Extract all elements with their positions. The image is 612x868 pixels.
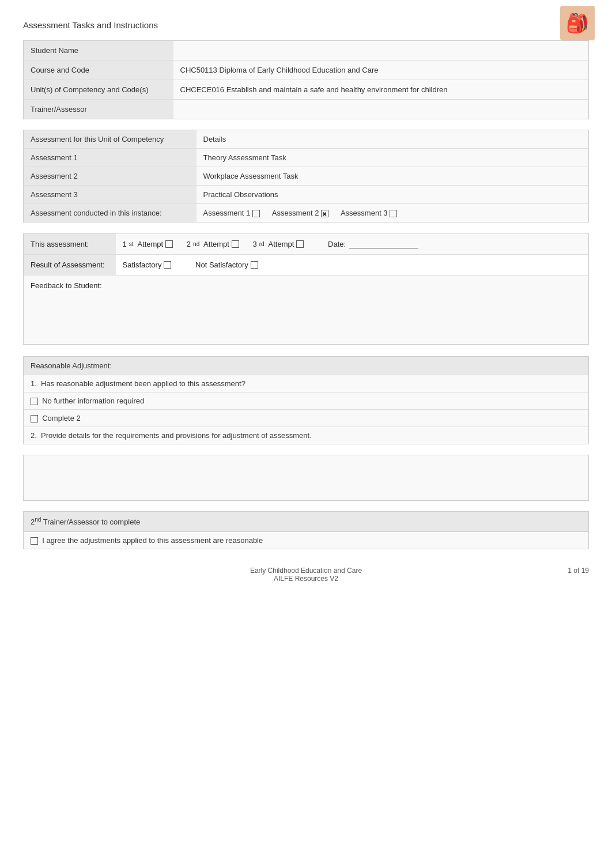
- assessment2-label: Assessment 2: [24, 167, 197, 186]
- footer-line2: AILFE Resources V2: [274, 575, 338, 583]
- attempt-table: This assessment: 1st Attempt 2nd Attempt…: [23, 233, 589, 345]
- footer-content: Early Childhood Education and Care AILFE…: [23, 567, 589, 583]
- result-row: Result of Assessment: Satisfactory Not S…: [24, 255, 589, 276]
- ra-question2: 2. Provide details for the requirements …: [24, 427, 588, 444]
- trainer-agree-text: I agree the adjustments applied to this …: [40, 536, 263, 545]
- result-options: Satisfactory Not Satisfactory: [116, 255, 589, 276]
- assessment3-checkbox[interactable]: [390, 210, 397, 217]
- assessment-conducted-row: Assessment conducted in this instance: A…: [24, 204, 589, 222]
- assessment-header-col1: Assessment for this Unit of Competency: [24, 130, 197, 149]
- attempt1-checkbox[interactable]: [165, 240, 173, 248]
- info-table: Student Name Course and Code CHC50113 Di…: [23, 40, 589, 119]
- attempt1-option: 1st Attempt: [123, 240, 173, 248]
- not-satisfactory-checkbox[interactable]: [251, 261, 258, 269]
- page-footer: Early Childhood Education and Care AILFE…: [23, 567, 589, 583]
- trainer-row: Trainer/Assessor: [24, 100, 589, 119]
- ra-question1: 1. Has reasonable adjustment been applie…: [24, 375, 588, 392]
- student-name-row: Student Name: [24, 41, 589, 61]
- student-name-value: [173, 41, 589, 61]
- assessment1-checkbox[interactable]: [252, 210, 260, 217]
- trainer-superscript: nd: [35, 516, 41, 523]
- assessment-header-row: Assessment for this Unit of Competency D…: [24, 130, 589, 149]
- competency-label: Unit(s) of Competency and Code(s): [24, 80, 173, 100]
- competency-value: CHCECE016 Establish and maintain a safe …: [173, 80, 589, 100]
- assessment1-row: Assessment 1 Theory Assessment Task: [24, 149, 589, 167]
- feedback-content: Feedback to Student:: [24, 276, 589, 345]
- trainer-value: [173, 100, 589, 119]
- date-input-line: [349, 239, 418, 248]
- logo: 🎒: [560, 6, 595, 40]
- ra-option-no: No further information required: [24, 392, 588, 409]
- assessment-conducted-value: Assessment 1 Assessment 2 ✖ Assessment 3: [197, 204, 589, 222]
- course-code-label: Course and Code: [24, 61, 173, 80]
- assessment2-row: Assessment 2 Workplace Assessment Task: [24, 167, 589, 186]
- this-assessment-label: This assessment:: [24, 233, 116, 255]
- attempt2-option: 2nd Attempt: [187, 240, 239, 248]
- competency-row: Unit(s) of Competency and Code(s) CHCECE…: [24, 80, 589, 100]
- student-name-label: Student Name: [24, 41, 173, 61]
- attempt-row: This assessment: 1st Attempt 2nd Attempt…: [24, 233, 589, 255]
- spacer1: [23, 345, 589, 356]
- assessment-header-col2: Details: [197, 130, 589, 149]
- logo-image: 🎒: [560, 6, 595, 40]
- satisfactory-option: Satisfactory: [123, 261, 172, 269]
- adjustment-details-box: [23, 455, 589, 501]
- ra-yes-checkbox[interactable]: [31, 415, 38, 422]
- assessment1-value: Theory Assessment Task: [197, 149, 589, 167]
- assessment2-checkbox[interactable]: ✖: [321, 210, 328, 217]
- attempt-options: 1st Attempt 2nd Attempt 3rd Attempt Date…: [116, 233, 589, 255]
- assessment1-label: Assessment 1: [24, 149, 197, 167]
- feedback-label: Feedback to Student:: [31, 281, 102, 290]
- reasonable-adjustment-header: Reasonable Adjustment:: [24, 357, 588, 375]
- trainer-header-text: Trainer/Assessor to complete: [41, 518, 140, 527]
- satisfactory-checkbox[interactable]: [164, 261, 171, 269]
- course-code-value: CHC50113 Diploma of Early Childhood Educ…: [173, 61, 589, 80]
- trainer-label: Trainer/Assessor: [24, 100, 173, 119]
- date-label: Date:: [328, 240, 346, 248]
- assessment3-row: Assessment 3 Practical Observations: [24, 186, 589, 204]
- assessment-table: Assessment for this Unit of Competency D…: [23, 130, 589, 222]
- assessment3-value: Practical Observations: [197, 186, 589, 204]
- page-number: 1 of 19: [568, 567, 589, 575]
- trainer-yes-checkbox[interactable]: [31, 537, 38, 545]
- assessment2-value: Workplace Assessment Task: [197, 167, 589, 186]
- not-satisfactory-option: Not Satisfactory: [195, 261, 258, 269]
- attempt2-checkbox[interactable]: [232, 240, 239, 248]
- page: 🎒 Assessment Tasks and Instructions Stud…: [0, 0, 612, 868]
- date-field: Date:: [328, 239, 418, 248]
- assessment-conducted-label: Assessment conducted in this instance:: [24, 204, 197, 222]
- reasonable-adjustment-section: Reasonable Adjustment: 1. Has reasonable…: [23, 356, 589, 444]
- trainer-section-header: 2nd Trainer/Assessor to complete: [23, 511, 589, 531]
- ra-no-checkbox[interactable]: [31, 398, 38, 405]
- ra-option-yes: Complete 2: [24, 409, 588, 427]
- footer-line1: Early Childhood Education and Care: [250, 567, 362, 575]
- attempt3-option: 3rd Attempt: [253, 240, 304, 248]
- attempt3-checkbox[interactable]: [296, 240, 304, 248]
- trainer-agree-row: I agree the adjustments applied to this …: [23, 532, 589, 549]
- course-code-row: Course and Code CHC50113 Diploma of Earl…: [24, 61, 589, 80]
- assessment3-label: Assessment 3: [24, 186, 197, 204]
- page-title: Assessment Tasks and Instructions: [23, 20, 589, 30]
- result-label: Result of Assessment:: [24, 255, 116, 276]
- feedback-row: Feedback to Student:: [24, 276, 589, 345]
